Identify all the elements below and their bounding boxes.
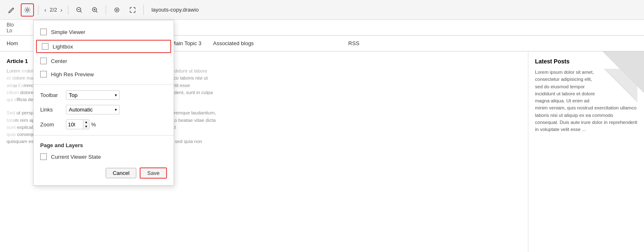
center-checkbox[interactable]	[40, 58, 47, 64]
links-select[interactable]: Automatic ▾	[66, 105, 120, 114]
breadcrumb-text: BloLo	[7, 22, 14, 34]
divider-2	[34, 135, 174, 136]
edit-button[interactable]	[5, 3, 18, 17]
separator-1	[38, 5, 39, 15]
zoom-input[interactable]	[66, 120, 83, 129]
filename-label: layouts-copy.drawio	[151, 7, 199, 13]
lightbox-checkbox[interactable]	[42, 43, 48, 50]
nav-associated: Associated blogs	[213, 40, 254, 46]
save-button[interactable]: Save	[140, 167, 167, 179]
center-label: Center	[51, 58, 67, 64]
expand-button[interactable]	[126, 3, 139, 17]
chevron-down-icon: ▾	[115, 93, 117, 97]
links-row: Links Automatic ▾	[34, 102, 174, 117]
zoom-increment-down[interactable]: ▼	[83, 124, 89, 129]
svg-point-8	[115, 8, 119, 12]
current-viewer-item[interactable]: Current Viewer State	[34, 150, 174, 163]
menu-footer: Cancel Save	[34, 163, 174, 180]
svg-line-10	[603, 51, 644, 93]
high-res-label: High Res Preview	[51, 71, 94, 78]
page-indicator: 2/2	[50, 7, 57, 13]
toolbar: ‹ 2/2 › layouts-copy.dra	[0, 0, 644, 20]
divider-1	[34, 84, 174, 85]
high-res-checkbox[interactable]	[40, 71, 47, 78]
gear-button[interactable]	[21, 3, 34, 17]
svg-point-0	[27, 9, 29, 11]
prev-page-button[interactable]: ‹	[43, 6, 48, 14]
svg-line-5	[96, 11, 98, 12]
page-layers-header: Page and Layers	[34, 139, 174, 150]
zoom-increment-up[interactable]: ▲	[83, 120, 89, 124]
current-viewer-checkbox[interactable]	[40, 153, 47, 160]
svg-line-2	[80, 11, 82, 12]
current-viewer-label: Current Viewer State	[51, 154, 101, 160]
cancel-button[interactable]: Cancel	[106, 168, 136, 178]
zoom-row-label: Zoom	[40, 121, 61, 128]
fit-page-button[interactable]	[110, 3, 123, 17]
separator-3	[106, 5, 106, 15]
lightbox-item[interactable]: Lightbox	[36, 40, 171, 53]
chevron-down-icon-links: ▾	[115, 107, 117, 112]
lightbox-label: Lightbox	[53, 44, 73, 50]
center-item[interactable]: Center	[34, 54, 174, 68]
simple-viewer-item[interactable]: Simple Viewer	[34, 25, 174, 39]
simple-viewer-label: Simple Viewer	[51, 29, 85, 35]
svg-point-9	[116, 9, 118, 10]
page-navigation: ‹ 2/2 ›	[43, 6, 64, 14]
nav-rss: RSS	[348, 40, 359, 46]
separator-4	[143, 5, 144, 15]
zoom-unit: %	[91, 121, 96, 128]
zoom-out-button[interactable]	[73, 3, 86, 17]
dropdown-panel: Simple Viewer Lightbox Center High Res P…	[33, 20, 174, 186]
page-sidebar: Latest Posts Lorem ipsum dolor sit amet,…	[528, 51, 644, 252]
triangle-decoration	[603, 51, 644, 93]
main-area: BloLo Hom Blog's Main Topic 1 Blog's Mai…	[0, 20, 644, 252]
toolbar-row: Toolbar Top ▾	[34, 88, 174, 102]
high-res-item[interactable]: High Res Preview	[34, 68, 174, 81]
separator-2	[68, 5, 68, 15]
toolbar-select[interactable]: Top ▾	[66, 90, 120, 100]
zoom-in-button[interactable]	[88, 3, 102, 17]
zoom-row: Zoom ▲ ▼ %	[34, 117, 174, 132]
next-page-button[interactable]: ›	[59, 6, 64, 14]
svg-marker-11	[603, 51, 644, 93]
toolbar-row-label: Toolbar	[40, 92, 61, 98]
links-row-label: Links	[40, 107, 61, 113]
simple-viewer-checkbox[interactable]	[40, 29, 47, 35]
